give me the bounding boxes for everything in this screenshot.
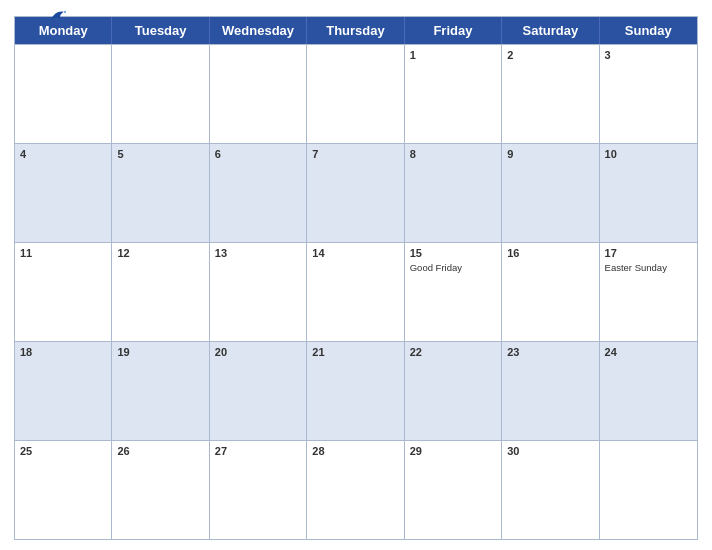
day-number: 2 bbox=[507, 48, 593, 63]
day-number: 13 bbox=[215, 246, 301, 261]
day-number: 4 bbox=[20, 147, 106, 162]
calendar-cell bbox=[307, 45, 404, 143]
calendar-cell: 29 bbox=[405, 441, 502, 539]
calendar-cell: 2 bbox=[502, 45, 599, 143]
day-number: 16 bbox=[507, 246, 593, 261]
day-number: 22 bbox=[410, 345, 496, 360]
calendar-cell: 24 bbox=[600, 342, 697, 440]
calendar-cell: 19 bbox=[112, 342, 209, 440]
calendar-cell: 5 bbox=[112, 144, 209, 242]
day-number: 21 bbox=[312, 345, 398, 360]
day-number: 7 bbox=[312, 147, 398, 162]
calendar-cell: 26 bbox=[112, 441, 209, 539]
calendar-week-2: 45678910 bbox=[15, 143, 697, 242]
day-number: 10 bbox=[605, 147, 692, 162]
day-number: 24 bbox=[605, 345, 692, 360]
calendar-cell: 11 bbox=[15, 243, 112, 341]
day-number: 14 bbox=[312, 246, 398, 261]
day-number: 1 bbox=[410, 48, 496, 63]
calendar-cell: 1 bbox=[405, 45, 502, 143]
calendar-cell: 21 bbox=[307, 342, 404, 440]
day-number: 27 bbox=[215, 444, 301, 459]
calendar-cell: 25 bbox=[15, 441, 112, 539]
day-number: 25 bbox=[20, 444, 106, 459]
calendar-cell: 27 bbox=[210, 441, 307, 539]
calendar-cell bbox=[15, 45, 112, 143]
calendar-week-3: 1112131415Good Friday1617Easter Sunday bbox=[15, 242, 697, 341]
logo-bird-icon bbox=[49, 8, 67, 22]
calendar-body: 123456789101112131415Good Friday1617East… bbox=[15, 44, 697, 539]
calendar: MondayTuesdayWednesdayThursdayFridaySatu… bbox=[14, 16, 698, 540]
day-number: 26 bbox=[117, 444, 203, 459]
day-number: 11 bbox=[20, 246, 106, 261]
calendar-cell: 18 bbox=[15, 342, 112, 440]
day-number: 17 bbox=[605, 246, 692, 261]
calendar-cell: 16 bbox=[502, 243, 599, 341]
header-cell-friday: Friday bbox=[405, 17, 502, 44]
page: MondayTuesdayWednesdayThursdayFridaySatu… bbox=[0, 0, 712, 550]
day-number: 18 bbox=[20, 345, 106, 360]
calendar-header: MondayTuesdayWednesdayThursdayFridaySatu… bbox=[15, 17, 697, 44]
calendar-cell: 14 bbox=[307, 243, 404, 341]
calendar-cell: 7 bbox=[307, 144, 404, 242]
day-number: 29 bbox=[410, 444, 496, 459]
calendar-cell: 15Good Friday bbox=[405, 243, 502, 341]
day-event: Good Friday bbox=[410, 262, 496, 274]
day-number: 12 bbox=[117, 246, 203, 261]
calendar-cell: 13 bbox=[210, 243, 307, 341]
day-number: 28 bbox=[312, 444, 398, 459]
day-number: 15 bbox=[410, 246, 496, 261]
calendar-week-1: 123 bbox=[15, 44, 697, 143]
calendar-week-5: 252627282930 bbox=[15, 440, 697, 539]
calendar-cell: 17Easter Sunday bbox=[600, 243, 697, 341]
calendar-cell: 22 bbox=[405, 342, 502, 440]
calendar-cell: 20 bbox=[210, 342, 307, 440]
header-cell-sunday: Sunday bbox=[600, 17, 697, 44]
calendar-cell: 9 bbox=[502, 144, 599, 242]
calendar-cell bbox=[600, 441, 697, 539]
day-number: 6 bbox=[215, 147, 301, 162]
header-cell-tuesday: Tuesday bbox=[112, 17, 209, 44]
day-number: 23 bbox=[507, 345, 593, 360]
day-number: 8 bbox=[410, 147, 496, 162]
header-cell-wednesday: Wednesday bbox=[210, 17, 307, 44]
calendar-cell bbox=[210, 45, 307, 143]
header-cell-saturday: Saturday bbox=[502, 17, 599, 44]
calendar-cell: 12 bbox=[112, 243, 209, 341]
calendar-cell: 8 bbox=[405, 144, 502, 242]
day-number: 30 bbox=[507, 444, 593, 459]
day-number: 9 bbox=[507, 147, 593, 162]
calendar-cell: 23 bbox=[502, 342, 599, 440]
calendar-cell: 28 bbox=[307, 441, 404, 539]
calendar-cell: 10 bbox=[600, 144, 697, 242]
day-number: 3 bbox=[605, 48, 692, 63]
calendar-cell: 3 bbox=[600, 45, 697, 143]
day-event: Easter Sunday bbox=[605, 262, 692, 274]
calendar-cell bbox=[112, 45, 209, 143]
calendar-cell: 6 bbox=[210, 144, 307, 242]
day-number: 5 bbox=[117, 147, 203, 162]
header-cell-thursday: Thursday bbox=[307, 17, 404, 44]
day-number: 19 bbox=[117, 345, 203, 360]
day-number: 20 bbox=[215, 345, 301, 360]
calendar-cell: 4 bbox=[15, 144, 112, 242]
calendar-cell: 30 bbox=[502, 441, 599, 539]
logo bbox=[14, 10, 84, 22]
calendar-week-4: 18192021222324 bbox=[15, 341, 697, 440]
